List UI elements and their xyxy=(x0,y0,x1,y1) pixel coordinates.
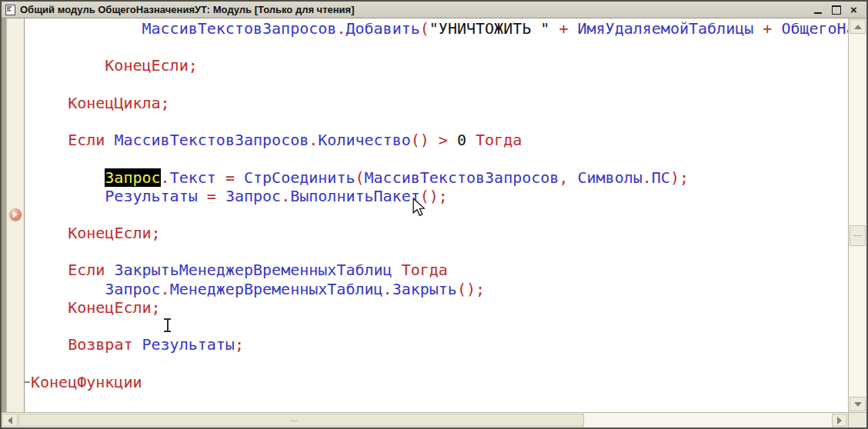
code-token: Тогда xyxy=(392,261,448,279)
code-token: + xyxy=(753,19,781,38)
code-token: КонецЕсли; xyxy=(68,224,160,242)
arrow-down-icon xyxy=(854,402,862,407)
scroll-down-button[interactable] xyxy=(850,397,866,411)
code-area[interactable]: МассивТекстовЗапросов.Добавить("УНИЧТОЖИ… xyxy=(25,18,848,391)
code-line[interactable]: КонецЦикла; xyxy=(31,94,848,112)
code-token: ( xyxy=(420,19,429,38)
scroll-up-button[interactable] xyxy=(850,19,866,34)
close-icon[interactable]: × xyxy=(849,5,859,15)
code-token: 0 xyxy=(457,131,466,149)
code-line[interactable]: КонецЕсли; xyxy=(31,298,848,317)
code-token: КонецФункции xyxy=(31,373,142,391)
code-token: Если xyxy=(68,131,114,149)
arrow-up-icon xyxy=(854,25,862,29)
code-token: СтрСоединить xyxy=(244,168,356,187)
code-token: Текст xyxy=(170,168,216,187)
module-document-icon xyxy=(5,4,16,16)
code-token: Результаты xyxy=(142,335,235,354)
horizontal-scrollbar-thumb[interactable] xyxy=(18,414,584,427)
code-line[interactable] xyxy=(31,75,848,94)
code-token: МенеджерВременныхТаблиц xyxy=(170,280,383,298)
code-token: ( xyxy=(355,168,364,187)
code-token: МассивТекстовЗапросов xyxy=(114,131,309,149)
code-token: = xyxy=(198,187,225,205)
code-token: ЗакрытьМенеджерВременныхТаблиц xyxy=(114,261,392,279)
code-token: Запрос xyxy=(225,187,281,205)
code-token: , xyxy=(559,168,577,187)
code-token: ОбщегоНазн xyxy=(781,19,848,38)
code-token: Тогда xyxy=(466,131,522,149)
left-dock-strip xyxy=(2,18,7,412)
bottom-scroll-row xyxy=(2,412,866,427)
horizontal-scrollbar[interactable] xyxy=(2,413,848,427)
code-line[interactable]: КонецЕсли; xyxy=(31,56,848,75)
fold-end-tick[interactable] xyxy=(25,381,30,383)
module-editor-window: Общий модуль ОбщегоНазначенияУТ: Модуль … xyxy=(0,0,868,429)
code-token: КонецЦикла; xyxy=(68,94,169,112)
scroll-left-button[interactable] xyxy=(2,414,18,427)
code-token: . xyxy=(281,187,290,205)
arrow-right-icon xyxy=(837,417,842,424)
code-line[interactable]: КонецФункции xyxy=(31,373,848,391)
code-line[interactable]: Запрос.МенеджерВременныхТаблиц.Закрыть()… xyxy=(31,280,848,298)
code-token: Символы xyxy=(577,168,642,187)
horizontal-scrollbar-trough[interactable] xyxy=(584,413,831,427)
code-line[interactable] xyxy=(31,242,848,261)
code-token: > xyxy=(429,131,457,149)
code-line[interactable] xyxy=(31,38,848,56)
code-token: (); xyxy=(457,280,485,298)
scrollbar-corner xyxy=(848,413,866,427)
highlighted-token: Запрос xyxy=(105,168,160,187)
code-token: МассивТекстовЗапросов xyxy=(365,168,559,187)
code-token: КонецЕсли; xyxy=(105,56,197,75)
minimize-icon[interactable] xyxy=(813,5,823,15)
code-token: Результаты xyxy=(105,187,197,205)
vertical-scrollbar[interactable] xyxy=(848,18,866,412)
code-line[interactable]: КонецЕсли; xyxy=(31,224,848,242)
code-token: () xyxy=(411,131,429,149)
mouse-arrow-cursor xyxy=(412,198,425,217)
code-line[interactable]: МассивТекстовЗапросов.Добавить("УНИЧТОЖИ… xyxy=(31,19,848,38)
code-token: ); xyxy=(670,168,689,187)
code-token: ИмяУдаляемойТаблицы xyxy=(577,19,753,38)
code-line[interactable]: Если МассивТекстовЗапросов.Количество() … xyxy=(31,131,848,149)
code-token: "УНИЧТОЖИТЬ " xyxy=(429,19,550,38)
code-line[interactable] xyxy=(31,317,848,335)
code-token: Если xyxy=(68,261,114,279)
code-token: . xyxy=(383,280,392,298)
code-token: = xyxy=(216,168,244,187)
code-token: Закрыть xyxy=(392,280,457,298)
editor-main: МассивТекстовЗапросов.Добавить("УНИЧТОЖИ… xyxy=(2,18,866,412)
code-token: + xyxy=(549,19,577,38)
code-token: ВыполнитьПакет xyxy=(290,187,420,205)
code-token: . xyxy=(309,131,318,149)
vertical-scrollbar-thumb[interactable] xyxy=(850,225,866,246)
code-token: ПС xyxy=(652,168,670,187)
code-token: КонецЕсли; xyxy=(68,298,160,317)
editor-gutter[interactable] xyxy=(7,18,25,412)
window-title: Общий модуль ОбщегоНазначенияУТ: Модуль … xyxy=(20,4,813,15)
code-token: ; xyxy=(235,335,244,354)
code-line[interactable]: Если ЗакрытьМенеджерВременныхТаблиц Тогд… xyxy=(31,261,848,279)
code-line[interactable] xyxy=(31,149,848,168)
code-token: . xyxy=(161,168,170,187)
title-bar[interactable]: Общий модуль ОбщегоНазначенияУТ: Модуль … xyxy=(2,2,866,18)
window-controls: × xyxy=(813,5,859,15)
arrow-left-icon xyxy=(8,417,12,424)
code-line[interactable] xyxy=(31,205,848,224)
code-line[interactable] xyxy=(31,112,848,131)
scroll-right-button[interactable] xyxy=(832,414,847,427)
code-token: МассивТекстовЗапросов xyxy=(142,19,337,38)
code-editor[interactable]: МассивТекстовЗапросов.Добавить("УНИЧТОЖИ… xyxy=(25,18,848,412)
code-token: Возврат xyxy=(68,335,142,354)
code-token: . xyxy=(336,19,346,38)
current-position-marker-icon[interactable] xyxy=(9,208,22,221)
code-line[interactable]: Возврат Результаты; xyxy=(31,335,848,354)
code-token: Количество xyxy=(318,131,410,149)
code-token: . xyxy=(643,168,652,187)
code-line[interactable]: Запрос.Текст = СтрСоединить(МассивТексто… xyxy=(31,168,848,187)
code-line[interactable]: Результаты = Запрос.ВыполнитьПакет(); xyxy=(31,187,848,205)
code-line[interactable] xyxy=(31,354,848,372)
code-token: . xyxy=(161,280,170,298)
maximize-icon[interactable] xyxy=(831,5,841,15)
